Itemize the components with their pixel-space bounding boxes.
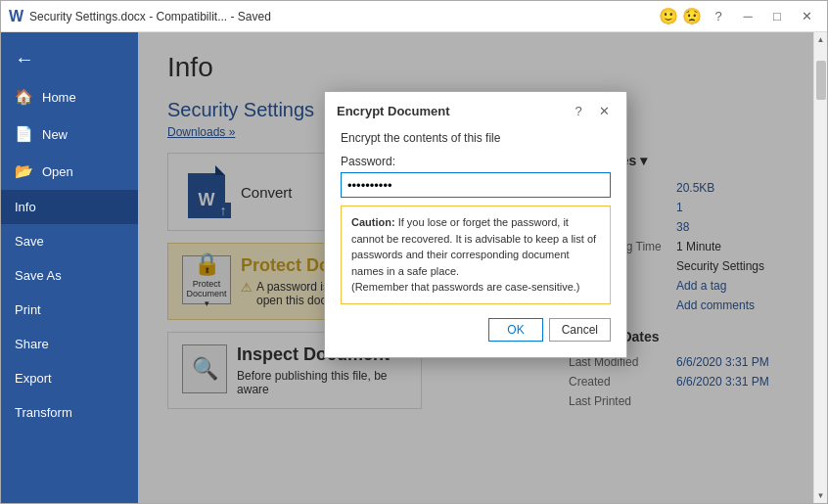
dialog-caution: Caution: If you lose or forget the passw… [341, 206, 611, 304]
scroll-up-arrow[interactable]: ▲ [817, 32, 825, 47]
content-area: Info Security Settings Downloads » W ↑ [138, 32, 813, 503]
dialog-password-input[interactable] [341, 172, 611, 198]
sidebar-item-new-label: New [42, 127, 68, 142]
dialog-cancel-button[interactable]: Cancel [549, 318, 611, 342]
sidebar: ← 🏠 Home 📄 New 📂 Open Info Save Save As … [1, 32, 138, 503]
sidebar-item-transform[interactable]: Transform [1, 395, 138, 430]
sidebar-item-open[interactable]: 📂 Open [1, 153, 138, 190]
dialog-titlebar: Encrypt Document ? ✕ [325, 92, 626, 127]
scrollbar-thumb[interactable] [816, 61, 826, 100]
encrypt-dialog: Encrypt Document ? ✕ Encrypt the content… [324, 91, 627, 358]
sidebar-item-home[interactable]: 🏠 Home [1, 78, 138, 115]
sidebar-item-share-label: Share [15, 337, 49, 351]
home-icon: 🏠 [15, 88, 32, 106]
back-icon: ← [15, 48, 34, 70]
sidebar-item-open-label: Open [42, 164, 73, 179]
dialog-ok-button[interactable]: OK [488, 318, 542, 342]
dialog-password-label: Password: [341, 155, 611, 168]
sidebar-item-export-label: Export [15, 371, 52, 386]
sidebar-item-saveas[interactable]: Save As [1, 258, 138, 293]
sidebar-item-print-label: Print [15, 302, 41, 317]
sidebar-item-export[interactable]: Export [1, 361, 138, 395]
minimize-button[interactable]: ─ [735, 4, 760, 29]
sidebar-item-saveas-label: Save As [15, 268, 62, 283]
sidebar-item-transform-label: Transform [15, 405, 72, 420]
emoji-normal-icon: 🙂 [659, 7, 678, 25]
sidebar-item-back[interactable]: ← [1, 40, 138, 78]
sidebar-item-share[interactable]: Share [1, 327, 138, 361]
dialog-controls: ? ✕ [568, 100, 615, 121]
dialog-title: Encrypt Document [337, 104, 450, 118]
sidebar-item-home-label: Home [42, 90, 76, 105]
sidebar-item-save-label: Save [15, 234, 44, 249]
dialog-subtitle: Encrypt the contents of this file [341, 131, 611, 145]
title-bar-right: 🙂 😟 ? ─ □ ✕ [659, 4, 819, 29]
sidebar-item-new[interactable]: 📄 New [1, 115, 138, 153]
title-bar: W Security Settings.docx - Compatibilit.… [1, 1, 827, 32]
dialog-overlay: Encrypt Document ? ✕ Encrypt the content… [138, 32, 813, 503]
maximize-button[interactable]: □ [764, 4, 790, 29]
title-bar-left: W Security Settings.docx - Compatibilit.… [9, 8, 271, 25]
close-button[interactable]: ✕ [794, 4, 819, 29]
sidebar-item-save[interactable]: Save [1, 224, 138, 258]
new-icon: 📄 [15, 125, 32, 143]
app-icon: W [9, 8, 23, 25]
scrollbar-track[interactable]: ▲ ▼ [813, 32, 827, 503]
scroll-down-arrow[interactable]: ▼ [817, 488, 825, 503]
open-icon: 📂 [15, 162, 32, 180]
sidebar-item-info-label: Info [15, 200, 36, 214]
sidebar-item-print[interactable]: Print [1, 293, 138, 327]
title-bar-title: Security Settings.docx - Compatibilit...… [29, 10, 271, 23]
dialog-body: Encrypt the contents of this file Passwo… [325, 127, 626, 357]
app-body: ← 🏠 Home 📄 New 📂 Open Info Save Save As … [1, 32, 827, 503]
dialog-footer: OK Cancel [341, 314, 611, 345]
dialog-close-button[interactable]: ✕ [593, 100, 615, 121]
help-button[interactable]: ? [706, 4, 731, 29]
dialog-help-button[interactable]: ? [568, 100, 589, 121]
emoji-sad-icon: 😟 [682, 7, 702, 25]
caution-bold-text: Caution: [351, 216, 395, 228]
sidebar-item-info[interactable]: Info [1, 190, 138, 224]
